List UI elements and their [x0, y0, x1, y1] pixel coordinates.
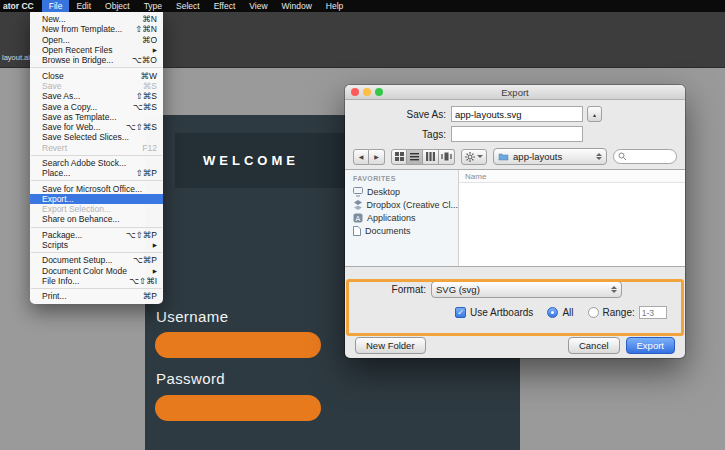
menu-item-print[interactable]: Print...⌘P [30, 291, 163, 301]
range-input[interactable] [639, 306, 667, 319]
username-label: Username [156, 308, 228, 325]
dialog-footer: New Folder Cancel Export [345, 333, 685, 357]
all-radio[interactable] [547, 307, 558, 318]
location-value: app-layouts [513, 151, 562, 162]
applications-icon: A [353, 213, 363, 223]
menu-item-save-as[interactable]: Save As...⇧⌘S [30, 91, 163, 101]
nav-segmented-control: ◀ ▶ [353, 149, 385, 165]
menubar-object[interactable]: Object [98, 0, 137, 12]
sidebar-item-desktop[interactable]: Desktop [345, 185, 458, 198]
column-view-button[interactable] [423, 149, 439, 165]
name-column-header[interactable]: Name [459, 170, 685, 183]
app-menu-title[interactable]: ator CC [0, 0, 42, 12]
use-artboards-label: Use Artboards [470, 307, 533, 318]
menu-item-save-for-microsoft-office[interactable]: Save for Microsoft Office... [30, 183, 163, 193]
dialog-titlebar[interactable]: Export [345, 85, 685, 100]
submenu-arrow-icon: ▶ [153, 47, 157, 53]
submenu-arrow-icon: ▶ [153, 242, 157, 248]
menu-item-save-selected-slices[interactable]: Save Selected Slices... [30, 132, 163, 142]
coverflow-view-button[interactable] [439, 149, 455, 165]
menu-item-document-color-mode[interactable]: Document Color Mode▶ [30, 266, 163, 276]
menu-item-scripts[interactable]: Scripts▶ [30, 240, 163, 250]
forward-button[interactable]: ▶ [369, 149, 385, 165]
menu-separator [31, 227, 162, 228]
dropbox-icon [353, 200, 362, 210]
search-field[interactable] [613, 149, 677, 164]
close-button[interactable] [351, 88, 359, 96]
save-as-input[interactable] [451, 106, 583, 122]
file-list-body[interactable] [459, 183, 685, 266]
column-view-icon [426, 152, 435, 161]
search-input[interactable] [628, 152, 673, 162]
sidebar-item-documents[interactable]: Documents [345, 224, 458, 237]
password-field-shape [155, 395, 321, 421]
favorites-header: FAVORITES [345, 175, 458, 185]
coverflow-view-icon [441, 152, 452, 161]
minimize-button[interactable] [363, 88, 371, 96]
list-view-button[interactable] [407, 149, 423, 165]
menu-item-place[interactable]: Place...⇧⌘P [30, 168, 163, 178]
expand-panel-button[interactable]: ▴ [587, 106, 602, 122]
menu-item-export-selection: Export Selection... [30, 204, 163, 214]
menu-item-export[interactable]: Export... [30, 194, 163, 204]
menu-item-save: Save⌘S [30, 81, 163, 91]
menu-item-new[interactable]: New...⌘N [30, 14, 163, 24]
menu-separator [31, 252, 162, 253]
menu-item-file-info[interactable]: File Info...⌥⇧⌘I [30, 276, 163, 286]
view-mode-segmented-control [391, 149, 455, 165]
menu-item-open-recent-files[interactable]: Open Recent Files▶ [30, 45, 163, 55]
export-button[interactable]: Export [626, 337, 675, 354]
gear-icon [465, 152, 475, 162]
menu-item-new-from-template[interactable]: New from Template...⇧⌘N [30, 24, 163, 34]
file-menu-dropdown: New...⌘N New from Template...⇧⌘N Open...… [30, 12, 163, 304]
new-folder-button[interactable]: New Folder [355, 337, 426, 354]
sidebar-item-applications[interactable]: A Applications [345, 211, 458, 224]
menu-item-close[interactable]: Close⌘W [30, 70, 163, 80]
cancel-button[interactable]: Cancel [568, 337, 620, 354]
welcome-text: WELCOME [175, 153, 299, 168]
menubar: ator CC File Edit Object Type Select Eff… [0, 0, 725, 12]
menubar-select[interactable]: Select [169, 0, 207, 12]
location-select[interactable]: app-layouts [493, 148, 607, 165]
menu-item-open[interactable]: Open...⌘O [30, 35, 163, 45]
menu-separator [31, 155, 162, 156]
menu-item-package[interactable]: Package...⌥⇧⌘P [30, 230, 163, 240]
folder-icon [498, 152, 509, 161]
tags-label: Tags: [345, 129, 451, 140]
menubar-type[interactable]: Type [137, 0, 169, 12]
menu-item-share-on-behance[interactable]: Share on Behance... [30, 214, 163, 224]
use-artboards-checkbox[interactable]: ✓ [455, 307, 466, 318]
desktop-icon [353, 187, 363, 197]
icon-view-button[interactable] [391, 149, 407, 165]
menubar-file[interactable]: File [42, 0, 70, 12]
menu-item-save-as-template[interactable]: Save as Template... [30, 112, 163, 122]
action-menu-button[interactable] [461, 149, 487, 165]
menubar-effect[interactable]: Effect [207, 0, 243, 12]
zoom-button[interactable] [375, 88, 383, 96]
dropdown-caret-icon [477, 155, 483, 158]
menu-item-browse-in-bridge[interactable]: Browse in Bridge...⌥⌘O [30, 55, 163, 65]
menubar-edit[interactable]: Edit [69, 0, 98, 12]
popup-arrows-icon [596, 153, 602, 160]
range-radio[interactable] [588, 307, 599, 318]
list-view-icon [410, 152, 419, 161]
menu-item-document-setup[interactable]: Document Setup...⌥⌘P [30, 255, 163, 265]
menubar-window[interactable]: Window [275, 0, 319, 12]
screen: ator CC File Edit Object Type Select Eff… [0, 0, 725, 450]
tags-input[interactable] [451, 126, 583, 142]
sidebar-item-dropbox[interactable]: Dropbox (Creative Cl... [345, 198, 458, 211]
export-options: Format: SVG (svg) ✓ Use Artboards All Ra… [345, 267, 685, 333]
format-value: SVG (svg) [436, 284, 480, 295]
menu-item-save-a-copy[interactable]: Save a Copy...⌥⌘S [30, 101, 163, 111]
menu-item-save-for-web[interactable]: Save for Web...⌥⇧⌘S [30, 122, 163, 132]
username-field-shape [155, 332, 321, 358]
menubar-view[interactable]: View [242, 0, 274, 12]
menubar-help[interactable]: Help [319, 0, 350, 12]
format-label: Format: [345, 284, 431, 295]
back-button[interactable]: ◀ [353, 149, 369, 165]
save-as-label: Save As: [345, 109, 451, 120]
menu-item-search-adobe-stock[interactable]: Search Adobe Stock... [30, 158, 163, 168]
format-select[interactable]: SVG (svg) [431, 281, 622, 298]
file-list: Name [459, 170, 685, 266]
popup-arrows-icon [611, 286, 617, 293]
